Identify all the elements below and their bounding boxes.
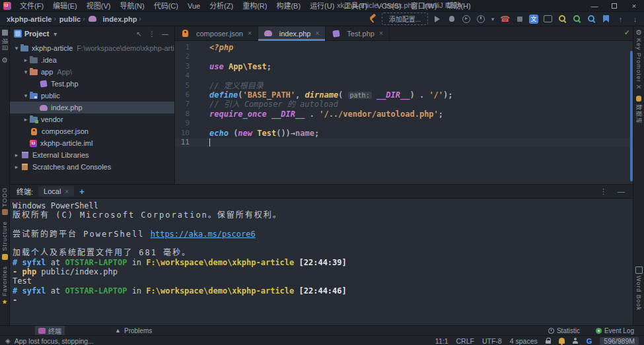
file-encoding[interactable]: UTF-8	[482, 337, 502, 345]
close-icon[interactable]: ×	[65, 188, 69, 195]
search-everywhere-icon[interactable]	[557, 14, 567, 24]
tree-row-Scratches and Consoles[interactable]: ▸Scratches and Consoles	[10, 161, 174, 173]
menu-item-8[interactable]: 构建(B)	[271, 0, 305, 12]
stripe-favorites-button[interactable]: Favorites★	[1, 263, 9, 308]
breadcrumb-label: public	[59, 15, 81, 23]
terminal-text: at	[46, 286, 65, 296]
close-icon[interactable]: ×	[316, 30, 320, 37]
arrow-up-icon[interactable]: ↑	[616, 14, 626, 24]
maximize-button[interactable]	[604, 0, 624, 12]
run-icon[interactable]	[432, 14, 442, 24]
search-refresh-icon[interactable]	[572, 14, 582, 24]
stripe-structure-button[interactable]: Structure	[1, 218, 9, 263]
tab-Test.php[interactable]: Test.php×	[326, 26, 389, 40]
line-content: echo (new Test())→name;	[192, 129, 319, 138]
new-terminal-icon[interactable]: +	[79, 187, 85, 197]
xkphp-article.iml-icon: IJ	[30, 140, 37, 147]
terminal-link[interactable]: https://aka.ms/pscore6	[151, 230, 256, 239]
tree-row-vendor[interactable]: ▸vendor	[10, 113, 174, 125]
breadcrumb-item-2[interactable]: index.php	[89, 15, 137, 23]
debug-icon[interactable]	[447, 14, 456, 24]
stripe-key-promoter-button[interactable]: ⚙Key Promoter X	[635, 26, 643, 92]
user-icon[interactable]	[573, 338, 579, 344]
stripe-wordbook-button[interactable]: Word Book	[635, 264, 643, 313]
tree-row-Test.php[interactable]: Test.php	[10, 78, 174, 90]
menu-item-5[interactable]: Vue	[183, 0, 205, 12]
stripe-wordbook-button-label: Word Book	[635, 276, 642, 311]
code-token: use	[209, 62, 229, 71]
menu-item-7[interactable]: 重构(R)	[238, 0, 271, 12]
profiler-dropdown-icon[interactable]: ▾	[490, 14, 495, 24]
toolwindow-terminal-button[interactable]: 终端	[35, 326, 65, 335]
tree-row-.idea[interactable]: ▸.idea	[10, 54, 174, 66]
run-coverage-icon[interactable]	[461, 14, 471, 24]
menu-item-1[interactable]: 编辑(E)	[48, 0, 82, 12]
breadcrumb: xkphp-article›public›index.php›	[7, 15, 145, 23]
breadcrumb-item-1[interactable]: public	[59, 15, 81, 23]
tree-row-composer.json[interactable]: composer.json	[10, 125, 174, 137]
google-translate-icon[interactable]: G	[587, 337, 592, 345]
code-editor[interactable]: 1<?php23use App\Test;45// 定义根目录6define('…	[175, 41, 633, 184]
inspection-ok-icon[interactable]: ✓	[624, 28, 630, 37]
run-config-button[interactable]: 添加配置...	[382, 13, 428, 25]
terminal-hide-icon[interactable]: —	[615, 187, 627, 195]
tab-composer.json[interactable]: composer.json×	[175, 26, 258, 40]
terminal-options-icon[interactable]: ⋮	[597, 187, 610, 196]
close-icon[interactable]: ×	[379, 30, 383, 37]
chevron-down-icon[interactable]: ▾	[52, 30, 59, 38]
stripe-database-button[interactable]: 数据库	[635, 92, 643, 127]
menu-item-9[interactable]: 运行(U)	[305, 0, 339, 12]
build-hammer-icon[interactable]	[368, 14, 378, 24]
close-icon[interactable]: ×	[248, 30, 252, 37]
tree-row-index.php[interactable]: index.php	[10, 102, 174, 113]
stripe-project-button-label: 项目	[1, 38, 9, 51]
tab-index.php[interactable]: index.php×	[258, 26, 326, 40]
line-separator[interactable]: CRLF	[456, 337, 474, 345]
tree-item-label: index.php	[51, 104, 83, 111]
monitor-icon[interactable]	[543, 14, 553, 24]
stripe-todo-button[interactable]: TODO	[1, 185, 9, 219]
tree-row-public[interactable]: ▾public	[10, 90, 174, 102]
collapse-panel-icon[interactable]: ↖	[135, 30, 144, 38]
hide-panel-icon[interactable]: —	[160, 30, 170, 38]
arrow-down-icon[interactable]: ↓	[630, 14, 640, 24]
toolwindow-problems-button[interactable]: ▲Problems	[111, 326, 155, 335]
menu-item-2[interactable]: 视图(V)	[82, 0, 116, 12]
project-view-selector[interactable]: Project	[24, 30, 49, 38]
menu-item-3[interactable]: 导航(N)	[115, 0, 149, 12]
memory-indicator[interactable]: 596/989M	[600, 337, 639, 345]
stripe-settings-button[interactable]: ⚙	[1, 54, 9, 67]
editor-scrollbar[interactable]	[630, 51, 633, 181]
phone-icon[interactable]: ☎	[500, 14, 510, 24]
code-token: App\Test	[229, 62, 267, 71]
panel-options-icon[interactable]: ⋮	[147, 30, 157, 38]
tree-row-xkphp-article[interactable]: ▾xkphp-articleF:\workspace\demo\xkphp-ar…	[10, 42, 174, 54]
terminal-tab-local[interactable]: Local ×	[38, 186, 74, 197]
stripe-project-button[interactable]: 项目	[1, 26, 9, 54]
find-icon[interactable]	[587, 14, 596, 24]
statistic-button[interactable]: Statistic	[545, 327, 583, 334]
caret-position[interactable]: 11:1	[435, 337, 448, 345]
line-content: require_once __DIR__ . '/../vendor/autol…	[192, 110, 443, 119]
tree-row-External Libraries[interactable]: ▸External Libraries	[10, 149, 174, 161]
translate-icon[interactable]: 文	[529, 15, 538, 24]
bookmark-icon[interactable]	[601, 14, 611, 24]
indent-style[interactable]: 4 spaces	[510, 337, 538, 345]
breadcrumb-item-0[interactable]: xkphp-article	[7, 15, 52, 23]
profiler-icon[interactable]	[476, 14, 485, 24]
stop-icon[interactable]	[515, 14, 524, 24]
tab-label: Test.php	[347, 30, 375, 38]
terminal-line	[13, 239, 629, 248]
event-log-button[interactable]: Event Log	[592, 327, 637, 334]
close-button[interactable]: ×	[624, 0, 644, 12]
lock-icon[interactable]	[546, 338, 551, 344]
notification-icon[interactable]	[559, 338, 565, 344]
menu-item-6[interactable]: 分析(Z)	[205, 0, 238, 12]
menu-item-0[interactable]: 文件(F)	[15, 0, 48, 12]
terminal-output[interactable]: Windows PowerShell版权所有 (C) Microsoft Cor…	[10, 199, 633, 325]
code-token: __DIR__	[271, 110, 305, 119]
minimize-button[interactable]: —	[585, 0, 604, 12]
menu-item-4[interactable]: 代码(C)	[149, 0, 183, 12]
tree-row-app[interactable]: ▾appApp\	[10, 66, 174, 78]
tree-row-xkphp-article.iml[interactable]: IJxkphp-article.iml	[10, 137, 174, 149]
